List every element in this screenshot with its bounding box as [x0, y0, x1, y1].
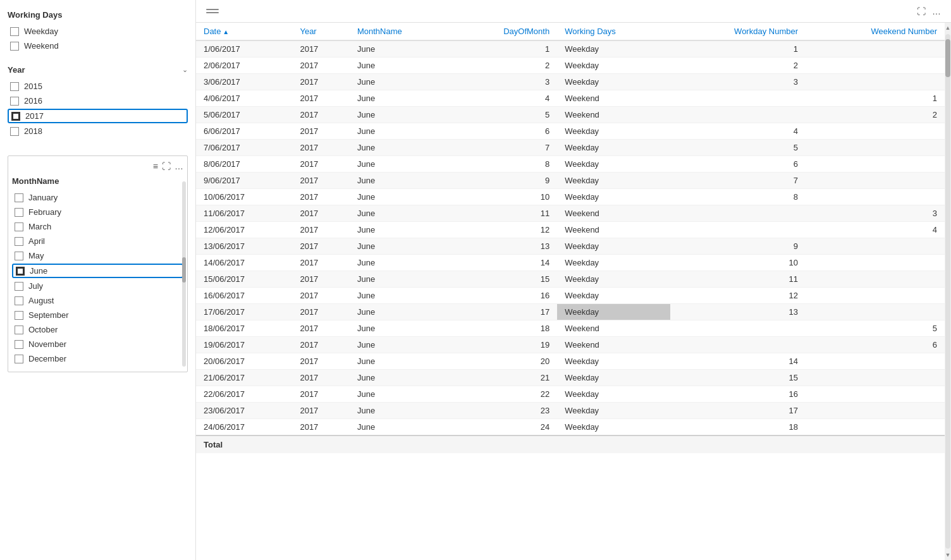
month-october-item[interactable]: October — [12, 323, 183, 336]
working-days-filter: Working Days Weekday Weekend — [8, 10, 188, 54]
month-september-item[interactable]: September — [12, 308, 183, 322]
cell-year: 2017 — [292, 304, 350, 320]
scrollbar-track[interactable] — [945, 34, 950, 549]
month-january-item[interactable]: January — [12, 191, 183, 204]
month-august-item[interactable]: August — [12, 294, 183, 307]
header-actions: ⛶ … — [917, 6, 941, 16]
month-december-item[interactable]: December — [12, 352, 183, 365]
main-scrollbar[interactable]: ▲ ▼ — [945, 23, 951, 560]
year-2017-item[interactable]: 2017 — [8, 109, 188, 123]
month-october-checkbox[interactable] — [15, 326, 23, 334]
year-2016-item[interactable]: 2016 — [8, 94, 188, 107]
cell-monthname: June — [350, 353, 452, 370]
table-footer-year — [292, 435, 350, 453]
table-wrapper[interactable]: Date Year MonthName DayOfMonth Working D… — [196, 23, 945, 560]
month-april-checkbox[interactable] — [15, 237, 23, 246]
month-december-checkbox[interactable] — [15, 355, 23, 363]
cell-date: 13/06/2017 — [196, 238, 292, 255]
year-2018-checkbox[interactable] — [10, 127, 19, 136]
month-june-item[interactable]: June — [12, 264, 183, 278]
cell-workingdays: Weekend — [557, 90, 670, 107]
month-november-checkbox[interactable] — [15, 340, 23, 349]
cell-workdaynumber: 9 — [670, 238, 806, 255]
cell-dayofmonth: 16 — [452, 288, 557, 304]
month-august-checkbox[interactable] — [15, 296, 23, 305]
month-november-item[interactable]: November — [12, 338, 183, 351]
col-header-workdaynumber[interactable]: Workday Number — [670, 23, 806, 40]
expand-visual-icon[interactable]: ⛶ — [917, 6, 926, 16]
month-june-checkbox[interactable] — [16, 267, 25, 276]
weekday-checkbox-item[interactable]: Weekday — [8, 25, 188, 38]
cell-weekendnumber: 4 — [806, 222, 945, 238]
cell-workingdays: Weekday — [557, 140, 670, 156]
col-header-year[interactable]: Year — [292, 23, 350, 40]
month-april-item[interactable]: April — [12, 234, 183, 248]
table-row: 6/06/20172017June6Weekday4 — [196, 123, 945, 140]
month-panel-scrollbar-thumb[interactable] — [182, 257, 186, 283]
cell-date: 21/06/2017 — [196, 370, 292, 386]
cell-workingdays: Weekday — [557, 419, 670, 436]
month-panel-toolbar: ≡ ⛶ … — [12, 161, 183, 171]
month-panel-scrollbar[interactable] — [182, 181, 186, 367]
cell-year: 2017 — [292, 370, 350, 386]
col-header-workingdays[interactable]: Working Days — [557, 23, 670, 40]
cell-date: 2/06/2017 — [196, 58, 292, 74]
cell-workingdays: Weekday — [557, 189, 670, 205]
cell-dayofmonth: 15 — [452, 271, 557, 288]
month-july-item[interactable]: July — [12, 279, 183, 293]
scrollbar-thumb[interactable] — [945, 39, 950, 77]
month-january-checkbox[interactable] — [15, 193, 23, 202]
cell-dayofmonth: 1 — [452, 40, 557, 58]
year-filter-header[interactable]: Year ⌄ — [8, 65, 188, 75]
cell-year: 2017 — [292, 403, 350, 419]
col-header-dayofmonth[interactable]: DayOfMonth — [452, 23, 557, 40]
month-september-label: September — [28, 310, 69, 320]
cell-year: 2017 — [292, 271, 350, 288]
month-march-item[interactable]: March — [12, 220, 183, 233]
col-header-monthname[interactable]: MonthName — [350, 23, 452, 40]
cell-workdaynumber: 1 — [670, 40, 806, 58]
cell-date: 11/06/2017 — [196, 205, 292, 222]
cell-weekendnumber — [806, 370, 945, 386]
cell-monthname: June — [350, 304, 452, 320]
cell-workdaynumber — [670, 337, 806, 353]
weekend-checkbox[interactable] — [10, 42, 19, 51]
cell-dayofmonth: 3 — [452, 74, 557, 90]
cell-workdaynumber: 10 — [670, 255, 806, 271]
cell-workdaynumber: 11 — [670, 271, 806, 288]
scrollbar-up-button[interactable]: ▲ — [945, 23, 951, 33]
cell-workdaynumber: 14 — [670, 353, 806, 370]
month-may-item[interactable]: May — [12, 249, 183, 262]
cell-workingdays: Weekday — [557, 123, 670, 140]
expand-icon[interactable]: ⛶ — [162, 161, 171, 171]
year-2016-checkbox[interactable] — [10, 97, 19, 106]
weekday-checkbox[interactable] — [10, 27, 19, 36]
month-march-checkbox[interactable] — [15, 222, 23, 231]
col-header-weekendnumber[interactable]: Weekend Number — [806, 23, 945, 40]
more-options-icon[interactable]: … — [932, 6, 941, 16]
year-2018-item[interactable]: 2018 — [8, 125, 188, 138]
year-2017-checkbox[interactable] — [11, 112, 20, 121]
cell-date: 9/06/2017 — [196, 173, 292, 189]
month-february-item[interactable]: February — [12, 205, 183, 219]
table-footer-day — [452, 435, 557, 453]
cell-dayofmonth: 9 — [452, 173, 557, 189]
menu-lines-icon[interactable]: ≡ — [153, 161, 158, 171]
cell-date: 1/06/2017 — [196, 40, 292, 58]
month-april-label: April — [28, 236, 45, 246]
weekend-checkbox-item[interactable]: Weekend — [8, 39, 188, 52]
month-may-checkbox[interactable] — [15, 252, 23, 260]
cell-date: 8/06/2017 — [196, 156, 292, 173]
scrollbar-down-button[interactable]: ▼ — [945, 550, 951, 560]
cell-date: 16/06/2017 — [196, 288, 292, 304]
cell-workingdays: Weekend — [557, 205, 670, 222]
year-2015-item[interactable]: 2015 — [8, 80, 188, 93]
month-february-checkbox[interactable] — [15, 208, 23, 217]
table-row: 2/06/20172017June2Weekday2 — [196, 58, 945, 74]
col-header-date[interactable]: Date — [196, 23, 292, 40]
more-options-icon[interactable]: … — [175, 161, 183, 171]
month-september-checkbox[interactable] — [15, 311, 23, 320]
month-july-checkbox[interactable] — [15, 282, 23, 291]
drag-handle[interactable] — [206, 9, 219, 13]
year-2015-checkbox[interactable] — [10, 82, 19, 91]
